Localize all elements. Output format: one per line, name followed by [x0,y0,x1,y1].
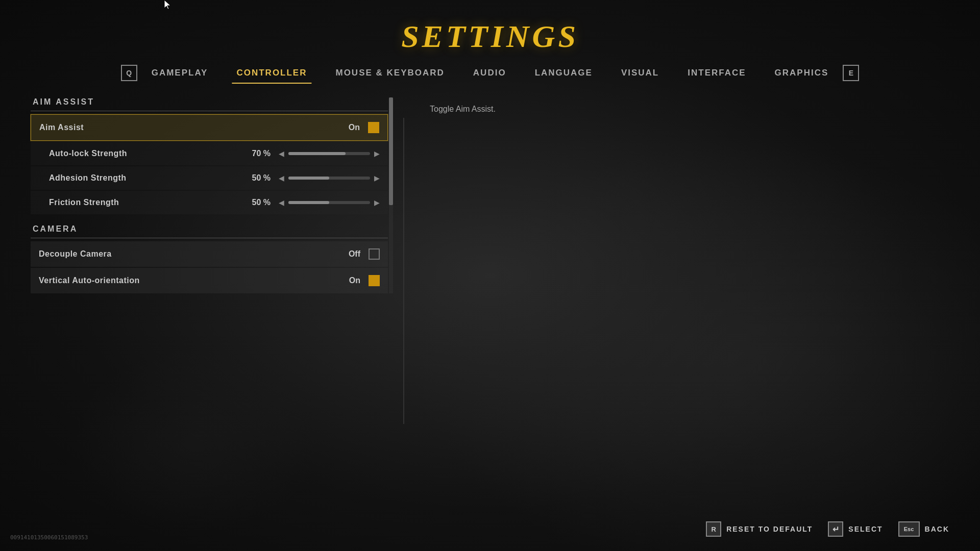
reset-action[interactable]: R RESET TO DEFAULT [706,521,813,537]
back-label: BACK [925,525,949,533]
setting-auto-lock-label: Auto-lock Strength [49,149,245,158]
slider-right-arrow[interactable]: ▶ [374,149,380,158]
tab-controller[interactable]: CONTROLLER [222,64,321,82]
main-content: AIM ASSIST Aim Assist On Auto-lock Stren… [0,97,980,455]
slider-track-adhesion [288,177,370,180]
slider-track-friction [288,201,370,204]
bottom-code: 00914101350060151089353 [10,534,88,541]
setting-auto-lock[interactable]: Auto-lock Strength 70 % ◀ ▶ [31,142,388,165]
section-aim-assist: AIM ASSIST Aim Assist On Auto-lock Stren… [31,97,388,214]
slider-fill-auto-lock [288,152,346,155]
svg-marker-0 [164,0,170,9]
tab-mouse-keyboard[interactable]: MOUSE & KEYBOARD [321,64,458,82]
panel-divider [403,118,404,424]
toggle-vertical-auto[interactable] [369,275,380,286]
setting-adhesion[interactable]: Adhesion Strength 50 % ◀ ▶ [31,166,388,190]
right-bracket[interactable]: E [843,65,859,81]
left-bracket[interactable]: Q [121,65,137,81]
setting-adhesion-value: 50 % [245,173,271,183]
slider-adhesion-right[interactable]: ▶ [374,174,380,182]
right-panel: Toggle Aim Assist. [420,97,949,455]
section-camera: CAMERA Decouple Camera Off Vertical Auto… [31,224,388,293]
setting-decouple-value: Off [335,249,360,259]
tab-language[interactable]: LANGUAGE [521,64,607,82]
back-key: Esc [898,521,920,537]
section-divider-camera [31,238,388,238]
section-header-aim-assist: AIM ASSIST [31,97,388,107]
section-divider-aim-assist [31,111,388,111]
slider-left-arrow[interactable]: ◀ [279,149,284,158]
scrollbar-track[interactable] [389,97,393,293]
tab-gameplay[interactable]: GAMEPLAY [137,64,223,82]
slider-friction[interactable]: ◀ ▶ [279,198,380,207]
slider-friction-left[interactable]: ◀ [279,198,284,207]
setting-friction-label: Friction Strength [49,198,245,207]
cursor-icon [163,0,174,10]
description-text: Toggle Aim Assist. [430,103,736,116]
setting-decouple-camera[interactable]: Decouple Camera Off [31,241,388,267]
scrollbar-thumb[interactable] [389,97,393,205]
slider-friction-right[interactable]: ▶ [374,198,380,207]
tab-graphics[interactable]: GRAPHICS [761,64,843,82]
setting-vertical-auto[interactable]: Vertical Auto-orientation On [31,268,388,293]
setting-aim-assist[interactable]: Aim Assist On [31,114,388,141]
select-key: ↵ [828,521,843,537]
left-panel: AIM ASSIST Aim Assist On Auto-lock Stren… [31,97,388,455]
setting-aim-assist-value: On [334,123,360,132]
slider-fill-friction [288,201,329,204]
back-action[interactable]: Esc BACK [898,521,949,537]
nav-tabs: Q GAMEPLAY CONTROLLER MOUSE & KEYBOARD A… [0,55,980,82]
slider-adhesion-left[interactable]: ◀ [279,174,284,182]
slider-fill-adhesion [288,177,329,180]
tab-interface[interactable]: INTERFACE [673,64,760,82]
bottom-bar: R RESET TO DEFAULT ↵ SELECT Esc BACK [706,521,949,537]
setting-friction[interactable]: Friction Strength 50 % ◀ ▶ [31,191,388,214]
toggle-decouple-camera[interactable] [369,248,380,260]
setting-decouple-label: Decouple Camera [39,249,335,259]
setting-auto-lock-value: 70 % [245,149,271,158]
setting-vertical-auto-value: On [335,276,360,285]
reset-key: R [706,521,721,537]
toggle-aim-assist[interactable] [368,122,379,133]
slider-adhesion[interactable]: ◀ ▶ [279,174,380,182]
setting-vertical-auto-label: Vertical Auto-orientation [39,276,335,285]
page-title: SETTINGS [0,0,980,55]
slider-auto-lock[interactable]: ◀ ▶ [279,149,380,158]
select-action[interactable]: ↵ SELECT [828,521,883,537]
tab-audio[interactable]: AUDIO [459,64,521,82]
slider-track-auto-lock [288,152,370,155]
setting-aim-assist-label: Aim Assist [39,123,334,132]
select-label: SELECT [848,525,883,533]
setting-friction-value: 50 % [245,198,271,207]
setting-adhesion-label: Adhesion Strength [49,173,245,183]
section-header-camera: CAMERA [31,224,388,234]
reset-label: RESET TO DEFAULT [726,525,813,533]
tab-visual[interactable]: VISUAL [607,64,673,82]
